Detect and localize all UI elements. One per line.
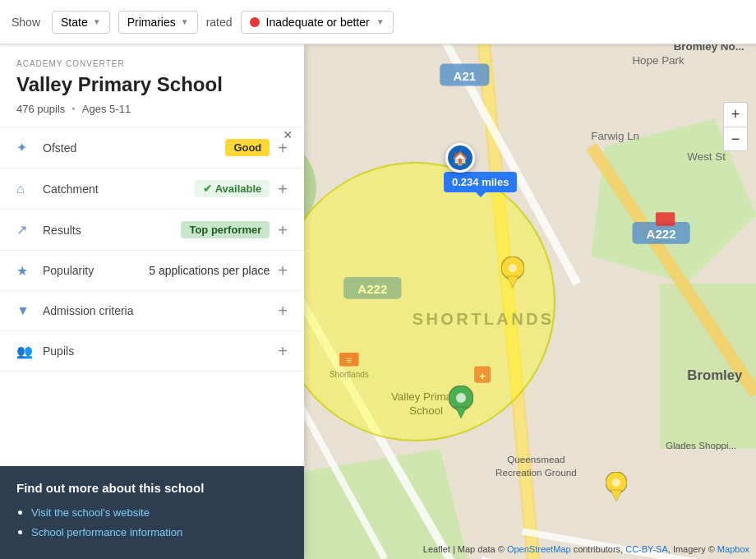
rated-label: rated [206, 16, 233, 29]
bottom-panel-links: Visit the school's website School perfor… [16, 505, 288, 539]
list-item: Visit the school's website [31, 505, 288, 520]
panel-header: ACADEMY CONVERTER Valley Primary School … [0, 44, 304, 127]
svg-text:A222: A222 [647, 227, 676, 241]
admission-expand-button[interactable]: + [278, 303, 288, 319]
pupils-expand-button[interactable]: + [278, 343, 288, 359]
meta-separator: • [71, 103, 76, 115]
yellow-pin-br[interactable] [606, 472, 627, 505]
ofsted-badge: Good [225, 139, 270, 156]
osm-link[interactable]: OpenStreetMap [507, 544, 571, 554]
zoom-out-button[interactable]: − [723, 127, 748, 151]
academy-label: ACADEMY CONVERTER [16, 59, 288, 68]
yellow-pin-br-icon [606, 472, 627, 501]
primaries-dropdown[interactable]: Primaries ▼ [118, 11, 198, 34]
admission-label: Admission criteria [43, 304, 270, 317]
pupils-icon: 👥 [16, 344, 36, 359]
svg-marker-59 [507, 276, 519, 288]
svg-text:Farwig Ln: Farwig Ln [591, 130, 639, 142]
results-row[interactable]: ↗ Results Top performer + [0, 210, 304, 251]
list-item: School performance information [31, 524, 288, 539]
zoom-in-button[interactable]: + [723, 102, 748, 127]
svg-text:Bromley No...: Bromley No... [674, 44, 744, 53]
popularity-text: 5 applications per place [149, 264, 270, 277]
admission-icon: ▼ [16, 303, 36, 318]
check-icon: ✔ [203, 182, 212, 195]
primaries-dropdown-arrow: ▼ [181, 17, 189, 26]
svg-point-66 [612, 478, 620, 487]
map-attribution: Leaflet | Map data © OpenStreetMap contr… [423, 544, 749, 554]
svg-text:West St: West St [687, 150, 726, 163]
popularity-value: 5 applications per place [149, 263, 270, 278]
results-icon: ↗ [16, 222, 36, 238]
pupils-label: Pupils [43, 344, 270, 358]
home-pin[interactable]: 🏠 [445, 143, 475, 173]
svg-text:Recreation Ground: Recreation Ground [496, 467, 577, 478]
school-meta: 476 pupils • Ages 5-11 [16, 103, 288, 115]
zoom-controls: + − [723, 102, 748, 151]
rating-dropdown-arrow: ▼ [376, 17, 385, 26]
svg-text:Glades Shoppi...: Glades Shoppi... [666, 440, 736, 450]
popularity-label: Popularity [43, 264, 149, 277]
svg-marker-62 [455, 407, 467, 418]
popularity-expand-button[interactable]: + [278, 262, 288, 279]
catchment-expand-button[interactable]: + [278, 181, 288, 197]
pupils-row[interactable]: 👥 Pupils + [0, 331, 304, 372]
age-range: Ages 5-11 [82, 103, 131, 115]
svg-marker-65 [611, 490, 622, 501]
rating-dropdown[interactable]: Inadequate or better ▼ [241, 11, 394, 34]
green-pin-icon [449, 386, 473, 418]
radius-circle [276, 162, 555, 441]
ofsted-value: Good [225, 139, 270, 156]
bottom-panel-heading: Find out more about this school [16, 481, 288, 495]
school-title: Valley Primary School [16, 73, 288, 96]
state-dropdown[interactable]: State ▼ [52, 11, 110, 34]
info-rows: ✦ Ofsted Good + ⌂ Catchment ✔Available +… [0, 127, 304, 466]
results-badge: Top performer [181, 221, 270, 238]
topbar: Show State ▼ Primaries ▼ rated Inadequat… [0, 0, 756, 44]
close-panel-button[interactable]: × [284, 127, 293, 144]
school-website-link[interactable]: Visit the school's website [31, 506, 150, 519]
show-label: Show [12, 16, 40, 29]
side-panel: ACADEMY CONVERTER Valley Primary School … [0, 44, 304, 559]
school-pin[interactable] [501, 256, 524, 291]
svg-text:Hope Park: Hope Park [632, 54, 685, 67]
results-label: Results [43, 224, 181, 237]
results-value: Top performer [181, 221, 270, 238]
ofsted-row[interactable]: ✦ Ofsted Good + [0, 127, 304, 169]
results-expand-button[interactable]: + [278, 222, 288, 238]
ofsted-icon: ✦ [16, 140, 36, 155]
svg-rect-53 [656, 212, 675, 226]
red-dot-icon [250, 17, 260, 27]
mapbox-link[interactable]: Mapbox [717, 544, 749, 554]
distance-tooltip: 0.234 miles [444, 172, 517, 192]
bottom-info-panel: Find out more about this school Visit th… [0, 466, 304, 559]
ccbysa-link[interactable]: CC-BY-SA [625, 544, 668, 554]
svg-text:Bromley: Bromley [687, 367, 743, 383]
popularity-icon: ★ [16, 263, 36, 279]
catchment-badge: ✔Available [195, 180, 270, 197]
svg-point-63 [456, 393, 466, 403]
catchment-row[interactable]: ⌂ Catchment ✔Available + [0, 169, 304, 210]
ofsted-label: Ofsted [43, 141, 225, 155]
school-performance-link[interactable]: School performance information [31, 526, 182, 538]
home-pin-icon: 🏠 [445, 143, 475, 173]
state-dropdown-arrow: ▼ [93, 17, 101, 26]
school-pin-icon [501, 256, 524, 288]
svg-text:A21: A21 [454, 69, 477, 83]
catchment-icon: ⌂ [16, 182, 36, 196]
admission-row[interactable]: ▼ Admission criteria + [0, 291, 304, 331]
pupils-count: 476 pupils [16, 103, 65, 115]
svg-text:Queensmead: Queensmead [507, 454, 565, 464]
green-pin[interactable] [449, 386, 473, 422]
popularity-row[interactable]: ★ Popularity 5 applications per place + [0, 251, 304, 291]
catchment-value: ✔Available [195, 180, 270, 197]
svg-point-60 [509, 264, 517, 272]
catchment-label: Catchment [43, 182, 195, 196]
